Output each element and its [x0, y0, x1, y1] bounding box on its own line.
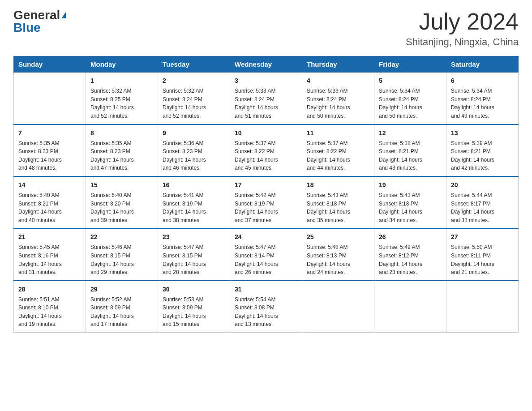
- calendar-cell: 27Sunrise: 5:50 AM Sunset: 8:11 PM Dayli…: [446, 228, 519, 280]
- day-info: Sunrise: 5:43 AM Sunset: 8:18 PM Dayligh…: [379, 191, 442, 224]
- page-header: General Blue July 2024 Shitanjing, Ningx…: [13, 9, 519, 48]
- day-number: 13: [451, 128, 514, 138]
- day-number: 10: [235, 128, 297, 138]
- day-number: 23: [163, 232, 225, 242]
- calendar-cell: 29Sunrise: 5:52 AM Sunset: 8:09 PM Dayli…: [86, 281, 158, 333]
- calendar-header-row: SundayMondayTuesdayWednesdayThursdayFrid…: [14, 56, 519, 72]
- day-info: Sunrise: 5:41 AM Sunset: 8:19 PM Dayligh…: [163, 191, 225, 224]
- day-number: 25: [307, 232, 369, 242]
- calendar-day-header: Monday: [86, 56, 158, 72]
- calendar-cell: [374, 281, 446, 333]
- calendar-cell: 11Sunrise: 5:37 AM Sunset: 8:22 PM Dayli…: [302, 124, 374, 176]
- day-info: Sunrise: 5:52 AM Sunset: 8:09 PM Dayligh…: [90, 295, 153, 329]
- calendar-cell: 17Sunrise: 5:42 AM Sunset: 8:19 PM Dayli…: [230, 176, 302, 228]
- calendar-cell: 30Sunrise: 5:53 AM Sunset: 8:09 PM Dayli…: [158, 281, 230, 333]
- day-number: 2: [163, 76, 225, 86]
- calendar-cell: 2Sunrise: 5:32 AM Sunset: 8:24 PM Daylig…: [158, 72, 230, 124]
- day-number: 18: [307, 180, 369, 190]
- logo-general-text: General: [13, 9, 60, 21]
- day-number: 29: [90, 285, 153, 294]
- day-number: 11: [307, 128, 369, 138]
- calendar-cell: 12Sunrise: 5:38 AM Sunset: 8:21 PM Dayli…: [374, 124, 446, 176]
- day-number: 9: [163, 128, 225, 138]
- day-number: 28: [18, 285, 81, 294]
- location-title: Shitanjing, Ningxia, China: [406, 36, 519, 48]
- calendar-day-header: Tuesday: [158, 56, 230, 72]
- day-info: Sunrise: 5:49 AM Sunset: 8:12 PM Dayligh…: [379, 243, 442, 276]
- calendar-cell: 3Sunrise: 5:33 AM Sunset: 8:24 PM Daylig…: [230, 72, 302, 124]
- day-number: 24: [235, 232, 297, 242]
- day-info: Sunrise: 5:54 AM Sunset: 8:08 PM Dayligh…: [235, 295, 297, 329]
- day-number: 5: [379, 76, 442, 86]
- logo: General Blue: [13, 9, 66, 34]
- calendar-cell: 13Sunrise: 5:39 AM Sunset: 8:21 PM Dayli…: [446, 124, 519, 176]
- day-info: Sunrise: 5:35 AM Sunset: 8:23 PM Dayligh…: [90, 139, 153, 172]
- calendar-cell: 15Sunrise: 5:40 AM Sunset: 8:20 PM Dayli…: [86, 176, 158, 228]
- logo-triangle-icon: [61, 12, 66, 18]
- month-title: July 2024: [406, 9, 519, 34]
- calendar-day-header: Sunday: [14, 56, 86, 72]
- calendar-cell: [302, 281, 374, 333]
- calendar-cell: [14, 72, 86, 124]
- day-info: Sunrise: 5:38 AM Sunset: 8:21 PM Dayligh…: [379, 139, 442, 172]
- day-number: 20: [451, 180, 514, 190]
- calendar-cell: 28Sunrise: 5:51 AM Sunset: 8:10 PM Dayli…: [14, 281, 86, 333]
- day-info: Sunrise: 5:42 AM Sunset: 8:19 PM Dayligh…: [235, 191, 297, 224]
- day-number: 6: [451, 76, 514, 86]
- calendar-week-row: 1Sunrise: 5:32 AM Sunset: 8:25 PM Daylig…: [14, 72, 519, 124]
- day-info: Sunrise: 5:34 AM Sunset: 8:24 PM Dayligh…: [379, 87, 442, 120]
- calendar-cell: 20Sunrise: 5:44 AM Sunset: 8:17 PM Dayli…: [446, 176, 519, 228]
- day-info: Sunrise: 5:53 AM Sunset: 8:09 PM Dayligh…: [163, 295, 225, 329]
- calendar-cell: 21Sunrise: 5:45 AM Sunset: 8:16 PM Dayli…: [14, 228, 86, 280]
- calendar-cell: 31Sunrise: 5:54 AM Sunset: 8:08 PM Dayli…: [230, 281, 302, 333]
- day-info: Sunrise: 5:51 AM Sunset: 8:10 PM Dayligh…: [18, 295, 81, 329]
- day-info: Sunrise: 5:33 AM Sunset: 8:24 PM Dayligh…: [307, 87, 369, 120]
- calendar-cell: 19Sunrise: 5:43 AM Sunset: 8:18 PM Dayli…: [374, 176, 446, 228]
- day-number: 16: [163, 180, 225, 190]
- day-number: 3: [235, 76, 297, 86]
- day-info: Sunrise: 5:35 AM Sunset: 8:23 PM Dayligh…: [18, 139, 81, 172]
- calendar-cell: 4Sunrise: 5:33 AM Sunset: 8:24 PM Daylig…: [302, 72, 374, 124]
- day-number: 19: [379, 180, 442, 190]
- day-info: Sunrise: 5:32 AM Sunset: 8:25 PM Dayligh…: [90, 87, 153, 120]
- day-number: 27: [451, 232, 514, 242]
- day-number: 26: [379, 232, 442, 242]
- day-number: 14: [18, 180, 81, 190]
- day-info: Sunrise: 5:46 AM Sunset: 8:15 PM Dayligh…: [90, 243, 153, 276]
- calendar-cell: 25Sunrise: 5:48 AM Sunset: 8:13 PM Dayli…: [302, 228, 374, 280]
- calendar-cell: 1Sunrise: 5:32 AM Sunset: 8:25 PM Daylig…: [86, 72, 158, 124]
- calendar-cell: 14Sunrise: 5:40 AM Sunset: 8:21 PM Dayli…: [14, 176, 86, 228]
- calendar-cell: 7Sunrise: 5:35 AM Sunset: 8:23 PM Daylig…: [14, 124, 86, 176]
- calendar-cell: 5Sunrise: 5:34 AM Sunset: 8:24 PM Daylig…: [374, 72, 446, 124]
- calendar-cell: 18Sunrise: 5:43 AM Sunset: 8:18 PM Dayli…: [302, 176, 374, 228]
- calendar-day-header: Wednesday: [230, 56, 302, 72]
- calendar-day-header: Friday: [374, 56, 446, 72]
- calendar-cell: 10Sunrise: 5:37 AM Sunset: 8:22 PM Dayli…: [230, 124, 302, 176]
- day-number: 31: [235, 285, 297, 294]
- calendar-week-row: 14Sunrise: 5:40 AM Sunset: 8:21 PM Dayli…: [14, 176, 519, 228]
- day-info: Sunrise: 5:39 AM Sunset: 8:21 PM Dayligh…: [451, 139, 514, 172]
- day-number: 30: [163, 285, 225, 294]
- day-info: Sunrise: 5:33 AM Sunset: 8:24 PM Dayligh…: [235, 87, 297, 120]
- day-info: Sunrise: 5:47 AM Sunset: 8:15 PM Dayligh…: [163, 243, 225, 276]
- calendar-cell: 26Sunrise: 5:49 AM Sunset: 8:12 PM Dayli…: [374, 228, 446, 280]
- calendar-cell: 6Sunrise: 5:34 AM Sunset: 8:24 PM Daylig…: [446, 72, 519, 124]
- day-info: Sunrise: 5:48 AM Sunset: 8:13 PM Dayligh…: [307, 243, 369, 276]
- day-info: Sunrise: 5:37 AM Sunset: 8:22 PM Dayligh…: [235, 139, 297, 172]
- day-number: 15: [90, 180, 153, 190]
- day-info: Sunrise: 5:50 AM Sunset: 8:11 PM Dayligh…: [451, 243, 514, 276]
- calendar-cell: 16Sunrise: 5:41 AM Sunset: 8:19 PM Dayli…: [158, 176, 230, 228]
- day-number: 8: [90, 128, 153, 138]
- calendar-day-header: Saturday: [446, 56, 519, 72]
- logo-blue-text: Blue: [13, 21, 41, 34]
- day-info: Sunrise: 5:34 AM Sunset: 8:24 PM Dayligh…: [451, 87, 514, 120]
- day-number: 12: [379, 128, 442, 138]
- calendar-week-row: 21Sunrise: 5:45 AM Sunset: 8:16 PM Dayli…: [14, 228, 519, 280]
- day-number: 7: [18, 128, 81, 138]
- calendar-cell: [446, 281, 519, 333]
- day-info: Sunrise: 5:43 AM Sunset: 8:18 PM Dayligh…: [307, 191, 369, 224]
- day-info: Sunrise: 5:47 AM Sunset: 8:14 PM Dayligh…: [235, 243, 297, 276]
- calendar-table: SundayMondayTuesdayWednesdayThursdayFrid…: [13, 56, 519, 333]
- calendar-cell: 9Sunrise: 5:36 AM Sunset: 8:23 PM Daylig…: [158, 124, 230, 176]
- day-number: 22: [90, 232, 153, 242]
